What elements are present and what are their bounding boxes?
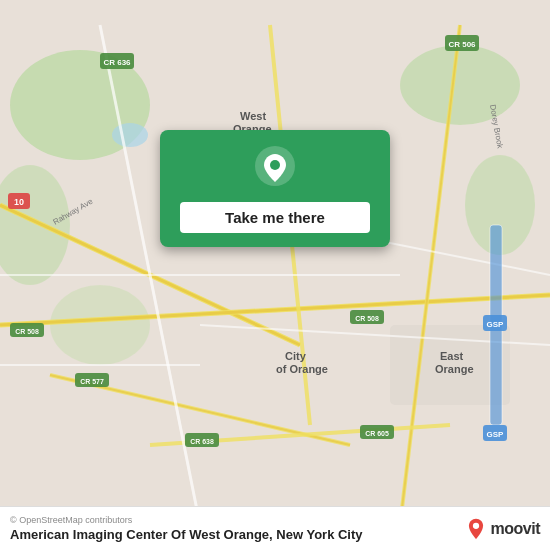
svg-text:CR 577: CR 577 — [80, 378, 104, 385]
moovit-brand-text: moovit — [491, 520, 540, 538]
bottom-bar: © OpenStreetMap contributors American Im… — [0, 506, 550, 550]
bottom-text-group: © OpenStreetMap contributors American Im… — [10, 515, 363, 542]
svg-text:CR 605: CR 605 — [365, 430, 389, 437]
svg-point-6 — [112, 123, 148, 147]
svg-point-53 — [270, 160, 280, 170]
svg-point-54 — [472, 522, 478, 528]
svg-point-3 — [50, 285, 150, 365]
take-me-there-button[interactable]: Take me there — [180, 202, 370, 233]
svg-point-2 — [0, 165, 70, 285]
svg-text:CR 508: CR 508 — [15, 328, 39, 335]
svg-text:CR 508: CR 508 — [355, 315, 379, 322]
svg-text:East: East — [440, 350, 464, 362]
svg-text:CR 636: CR 636 — [103, 58, 131, 67]
map-pin-icon — [253, 146, 297, 190]
location-name: American Imaging Center Of West Orange, … — [10, 527, 363, 542]
moovit-logo: moovit — [465, 518, 540, 540]
svg-text:West: West — [240, 110, 266, 122]
svg-text:CR 638: CR 638 — [190, 438, 214, 445]
svg-text:10: 10 — [14, 197, 24, 207]
svg-text:Orange: Orange — [435, 363, 474, 375]
svg-text:City: City — [285, 350, 307, 362]
svg-point-1 — [400, 45, 520, 125]
map-attribution: © OpenStreetMap contributors — [10, 515, 363, 525]
location-card[interactable]: Take me there — [160, 130, 390, 247]
map-container: CR 636 CR 506 10 CR 508 CR 508 CR 577 CR… — [0, 0, 550, 550]
svg-text:CR 506: CR 506 — [448, 40, 476, 49]
svg-text:of Orange: of Orange — [276, 363, 328, 375]
map-svg: CR 636 CR 506 10 CR 508 CR 508 CR 577 CR… — [0, 0, 550, 550]
svg-text:GSP: GSP — [487, 320, 505, 329]
svg-text:GSP: GSP — [487, 430, 505, 439]
moovit-pin-icon — [465, 518, 487, 540]
